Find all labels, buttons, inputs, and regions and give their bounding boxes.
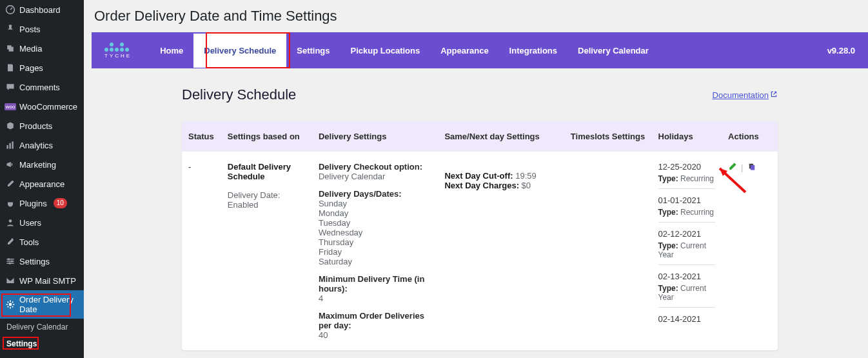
sidebar-sub-settings[interactable]: Settings	[0, 335, 84, 352]
sidebar-item-pages[interactable]: Pages	[0, 58, 84, 77]
sidebar-item-label: Comments	[19, 83, 60, 92]
sidebar-item-dashboard[interactable]: Dashboard	[0, 0, 84, 19]
day-value: Wednesday	[319, 228, 431, 237]
sidebar-item-label: Analytics	[19, 141, 53, 150]
holiday-date: 12-25-2020	[658, 162, 716, 172]
section-head: Delivery Schedule Documentation	[182, 86, 778, 103]
tab-integrations[interactable]: Integrations	[499, 34, 567, 68]
day-value: Monday	[319, 208, 431, 218]
gear-icon	[5, 299, 15, 310]
tab-delivery-schedule[interactable]: Delivery Schedule	[193, 34, 286, 68]
charges-label: Next Day Charges:	[444, 181, 519, 190]
sidebar-item-tools[interactable]: Tools	[0, 232, 84, 252]
holiday-type-label: Type:	[658, 208, 678, 217]
brand-label: TYCHE	[104, 53, 132, 59]
min-time-label: Minimum Delivery Time (in hours):	[319, 274, 431, 293]
section-title: Delivery Schedule	[182, 86, 296, 103]
svg-point-8	[9, 303, 12, 306]
days-label: Delivery Days/Dates:	[319, 189, 431, 199]
holiday-type-label: Type:	[658, 241, 678, 250]
sidebar-item-label: Marketing	[19, 160, 56, 170]
page-icon	[5, 63, 15, 73]
tab-settings[interactable]: Settings	[286, 34, 340, 68]
users-icon	[5, 217, 15, 228]
dashboard-icon	[5, 5, 15, 15]
sidebar-item-wpmailsmtp[interactable]: WP Mail SMTP	[0, 271, 84, 290]
flyout-arrow-icon	[79, 299, 89, 310]
svg-rect-1	[6, 145, 8, 149]
cell-status: -	[182, 152, 221, 350]
table-row: - Default Delivery Schedule Delivery Dat…	[182, 152, 778, 350]
sidebar-item-label: Order Delivery Date	[19, 295, 79, 314]
date-value: Enabled	[228, 200, 259, 210]
update-badge: 10	[54, 198, 67, 208]
min-time-value: 4	[319, 293, 431, 303]
cutoff-label: Next Day Cut-off:	[444, 171, 513, 181]
plugin-topbar: TYCHE Home Delivery Schedule Settings Pi…	[92, 32, 868, 68]
holiday-date: 02-14-2021	[658, 314, 716, 324]
holiday-type-value: Recurring	[680, 208, 714, 217]
sidebar-item-orderdeliverydate[interactable]: Order Delivery Date	[0, 290, 84, 319]
content-pane: Delivery Schedule Documentation Status S…	[92, 68, 868, 358]
sidebar-item-posts[interactable]: Posts	[0, 19, 84, 39]
sliders-icon	[5, 256, 15, 266]
sidebar-item-woocommerce[interactable]: woo WooCommerce	[0, 97, 84, 116]
sidebar-item-label: Tools	[19, 237, 39, 247]
holiday-item: 02-12-2021 Type: Current Year	[658, 229, 716, 265]
arrow-annotation	[713, 163, 752, 195]
tab-appearance[interactable]: Appearance	[430, 34, 498, 68]
sidebar-item-settings[interactable]: Settings	[0, 252, 84, 271]
page-title: Order Delivery Date and Time Settings	[94, 8, 868, 25]
holiday-date: 02-12-2021	[658, 229, 716, 239]
sidebar-item-plugins[interactable]: Plugins 10	[0, 194, 84, 213]
tab-delivery-calendar[interactable]: Delivery Calendar	[567, 34, 659, 68]
max-orders-label: Maximum Order Deliveries per day:	[319, 311, 431, 330]
sidebar-item-users[interactable]: Users	[0, 213, 84, 232]
tab-home[interactable]: Home	[150, 34, 193, 68]
schedule-name: Default Delivery Schedule	[228, 162, 306, 181]
charges-value: $0	[522, 181, 531, 190]
woo-icon: woo	[5, 101, 15, 112]
cell-settings-based: Default Delivery Schedule Delivery Date:…	[221, 152, 312, 350]
documentation-link[interactable]: Documentation	[713, 90, 778, 100]
brand-dots-icon	[104, 43, 132, 52]
sidebar-item-label: Products	[19, 121, 52, 131]
sidebar-item-products[interactable]: Products	[0, 116, 84, 135]
schedule-table: Status Settings based on Delivery Settin…	[182, 121, 778, 350]
sidebar-item-comments[interactable]: Comments	[0, 77, 84, 97]
th-samenext: Same/Next day Settings	[438, 121, 564, 152]
sidebar-item-analytics[interactable]: Analytics	[0, 135, 84, 155]
th-actions: Actions	[722, 121, 778, 152]
holiday-type-label: Type:	[658, 174, 678, 183]
svg-point-6	[11, 260, 13, 262]
cell-timeslots	[564, 152, 652, 350]
sidebar-item-marketing[interactable]: Marketing	[0, 155, 84, 174]
day-value: Friday	[319, 247, 431, 257]
svg-rect-3	[12, 141, 13, 148]
pin-icon	[5, 24, 15, 34]
th-status: Status	[182, 121, 221, 152]
sidebar-item-appearance[interactable]: Appearance	[0, 174, 84, 194]
sidebar-item-media[interactable]: Media	[0, 39, 84, 58]
sidebar-item-label: Posts	[19, 25, 41, 34]
tab-pickup-locations[interactable]: Pickup Locations	[340, 34, 431, 68]
sidebar-sub-delivery-calendar[interactable]: Delivery Calendar	[0, 319, 84, 335]
holiday-item: 02-14-2021	[658, 314, 716, 329]
th-timeslots: Timeslots Settings	[564, 121, 652, 152]
holiday-date: 02-13-2021	[658, 272, 716, 281]
comment-icon	[5, 82, 15, 92]
holiday-date: 01-01-2021	[658, 195, 716, 205]
checkout-value: Delivery Calendar	[319, 172, 431, 181]
date-label: Delivery Date:	[228, 190, 281, 200]
sidebar-item-label: Settings	[19, 257, 50, 266]
max-orders-value: 40	[319, 330, 431, 340]
brush-icon	[5, 179, 15, 189]
archive-icon	[5, 121, 15, 131]
th-settings-based: Settings based on	[221, 121, 312, 152]
holiday-item: 12-25-2020 Type: Recurring	[658, 162, 716, 189]
sidebar-item-label: WP Mail SMTP	[19, 276, 76, 286]
sidebar-item-label: Plugins	[19, 199, 47, 208]
day-value: Saturday	[319, 257, 431, 266]
doc-link-label: Documentation	[713, 90, 769, 100]
checkout-label: Delivery Checkout option:	[319, 162, 431, 172]
